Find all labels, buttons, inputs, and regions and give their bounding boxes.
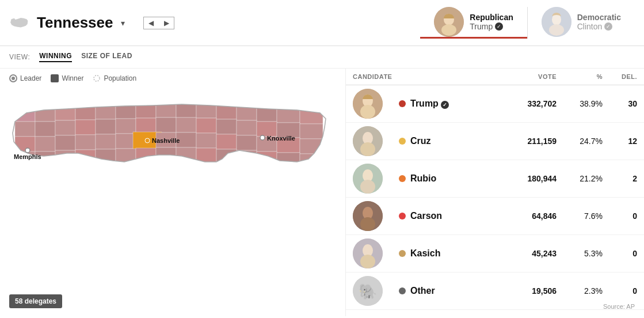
svg-point-5 xyxy=(549,24,564,36)
svg-rect-34 xyxy=(196,118,216,133)
candidate-name: Cruz xyxy=(410,136,431,146)
population-icon xyxy=(93,74,101,82)
map-container: Nashville Knoxville Memphis xyxy=(9,87,331,260)
svg-rect-28 xyxy=(75,120,96,135)
table-row: Trump ✓ 332,702 38.9% 30 xyxy=(346,85,644,123)
svg-rect-40 xyxy=(15,137,35,152)
us-map-icon xyxy=(9,15,30,31)
candidate-cell: Trump ✓ xyxy=(399,99,499,109)
map-legend: Leader Winner Population xyxy=(9,74,336,82)
svg-rect-43 xyxy=(75,135,96,150)
republican-tab[interactable]: Republican Trump ✓ xyxy=(420,7,527,39)
svg-point-2 xyxy=(441,24,456,36)
candidate-name: Carson xyxy=(410,211,442,221)
svg-point-78 xyxy=(360,105,375,119)
vote-count: 64,846 xyxy=(499,211,557,221)
legend-winner: Winner xyxy=(51,74,83,82)
vote-del: 12 xyxy=(603,137,637,146)
svg-rect-39 xyxy=(300,124,323,139)
svg-point-84 xyxy=(360,180,375,194)
svg-text:Knoxville: Knoxville xyxy=(267,135,295,142)
legend-population-label: Population xyxy=(104,74,136,82)
vote-pct: 38.9% xyxy=(557,99,603,108)
candidate-cell: Other xyxy=(399,286,499,296)
svg-point-81 xyxy=(360,142,375,156)
next-state-button[interactable]: ▶ xyxy=(159,17,174,29)
main-content: Leader Winner Population xyxy=(0,69,644,316)
svg-point-4 xyxy=(552,14,561,25)
svg-rect-29 xyxy=(96,119,116,134)
vote-pct: 21.2% xyxy=(557,174,603,183)
svg-point-7 xyxy=(12,77,15,80)
cruz-portrait xyxy=(353,126,383,156)
svg-rect-30 xyxy=(116,119,136,134)
kasich-portrait xyxy=(353,238,383,268)
dropdown-icon[interactable]: ▾ xyxy=(121,18,125,28)
vote-pct: 7.6% xyxy=(557,211,603,221)
results-header: CANDIDATE VOTE % DEL. xyxy=(346,69,644,85)
svg-rect-25 xyxy=(15,122,35,137)
col-candidate-header: CANDIDATE xyxy=(353,73,399,80)
democratic-tab[interactable]: Democratic Clinton ✓ xyxy=(528,7,635,39)
rubio-portrait xyxy=(353,164,383,194)
results-section: CANDIDATE VOTE % DEL. Trump ✓ 332,702 38… xyxy=(345,69,644,316)
candidate-color-dot xyxy=(399,175,406,182)
candidate-color-dot xyxy=(399,100,406,107)
svg-rect-31 xyxy=(136,118,156,133)
candidate-name: Rubio xyxy=(410,173,436,184)
svg-point-70 xyxy=(145,138,150,143)
svg-point-90 xyxy=(360,255,375,268)
state-title: Tennessee xyxy=(37,14,113,32)
col-vote-header: VOTE xyxy=(499,73,557,80)
winner-icon xyxy=(51,74,59,82)
svg-rect-50 xyxy=(216,134,237,149)
svg-rect-49 xyxy=(196,133,216,148)
svg-rect-8 xyxy=(51,74,59,82)
prev-state-button[interactable]: ◀ xyxy=(144,17,158,29)
col-del-header: DEL. xyxy=(603,73,637,80)
vote-del: 2 xyxy=(603,174,637,183)
republican-candidate-name: Trump ✓ xyxy=(470,22,513,31)
header-left: Tennessee ▾ ◀ ▶ xyxy=(9,14,420,32)
candidate-color-dot xyxy=(399,250,406,257)
svg-rect-35 xyxy=(216,119,237,134)
tennessee-map-svg: Nashville Knoxville Memphis xyxy=(9,87,331,248)
legend-population: Population xyxy=(93,74,136,82)
candidate-color-dot xyxy=(399,213,406,219)
svg-point-87 xyxy=(360,217,375,231)
vote-del: 0 xyxy=(603,286,637,296)
view-size-of-lead[interactable]: SIZE OF LEAD xyxy=(81,52,132,62)
republican-party-info: Republican Trump ✓ xyxy=(470,13,513,31)
vote-count: 332,702 xyxy=(499,99,557,108)
trump-header-portrait xyxy=(434,7,464,37)
svg-point-9 xyxy=(94,75,100,81)
carson-portrait xyxy=(353,201,383,231)
candidate-name: Trump ✓ xyxy=(410,99,449,109)
svg-rect-32 xyxy=(156,118,176,132)
nav-arrows: ◀ ▶ xyxy=(143,17,174,29)
svg-rect-26 xyxy=(35,122,55,137)
results-table: Trump ✓ 332,702 38.9% 30 Cruz 211,159 24… xyxy=(346,85,644,316)
trump-portrait xyxy=(353,89,383,119)
delegates-badge: 58 delegates xyxy=(9,294,62,308)
view-winning[interactable]: WINNING xyxy=(39,52,72,62)
candidate-cell: Carson xyxy=(399,211,499,221)
candidate-name: Kasich xyxy=(410,248,440,259)
legend-winner-label: Winner xyxy=(62,74,83,82)
democratic-check-icon: ✓ xyxy=(604,22,612,31)
svg-rect-44 xyxy=(96,134,116,149)
svg-rect-67 xyxy=(257,152,277,163)
candidate-cell: Rubio xyxy=(399,173,499,184)
svg-rect-36 xyxy=(237,120,257,135)
legend-leader-label: Leader xyxy=(20,74,41,82)
svg-rect-41 xyxy=(35,137,55,152)
col-name-header xyxy=(399,73,499,80)
svg-rect-58 xyxy=(75,150,96,165)
svg-rect-63 xyxy=(176,147,196,162)
svg-text:Nashville: Nashville xyxy=(152,137,180,144)
vote-pct: 2.3% xyxy=(557,286,603,296)
vote-count: 19,506 xyxy=(499,286,557,296)
candidate-cell: Cruz xyxy=(399,136,499,146)
clinton-header-portrait xyxy=(542,7,571,37)
legend-leader: Leader xyxy=(9,74,41,82)
